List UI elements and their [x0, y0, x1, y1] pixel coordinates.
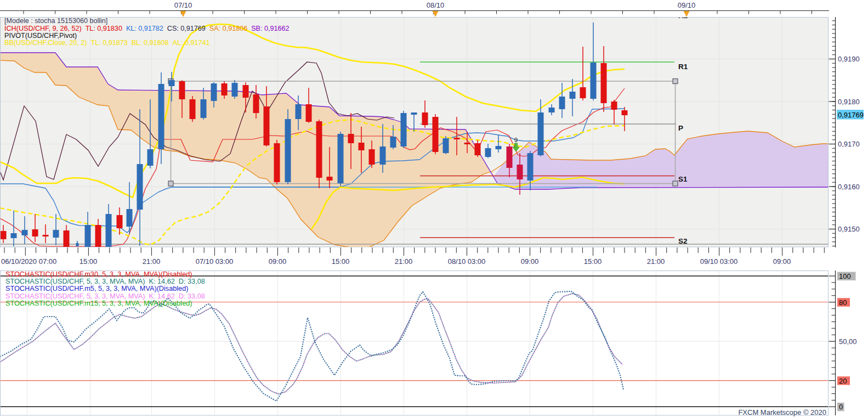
svg-text:S2: S2	[678, 237, 688, 245]
svg-text:STOCHASTIC(USD/CHF.m30, 5, 3,: STOCHASTIC(USD/CHF.m30, 5, 3, 3, MVA, MV…	[5, 271, 192, 278]
svg-text:STOCHASTIC(USD/CHF.m15, 5, 3,: STOCHASTIC(USD/CHF.m15, 5, 3, 3, MVA, MV…	[5, 300, 192, 307]
svg-text:50,00: 50,00	[839, 337, 857, 346]
svg-text:06/10/2020 07:00: 06/10/2020 07:00	[1, 257, 56, 266]
svg-text:21:00: 21:00	[647, 257, 665, 266]
svg-text:09/10: 09/10	[678, 1, 696, 9]
svg-text:0,9180: 0,9180	[838, 98, 860, 106]
svg-text:[Modele : stocha 15153060 boll: [Modele : stocha 15153060 bollin]	[4, 17, 107, 25]
svg-text:08/10: 08/10	[427, 1, 445, 9]
svg-text:0,9150: 0,9150	[838, 225, 860, 233]
svg-text:R1: R1	[678, 63, 688, 71]
svg-text:07/10 03:00: 07/10 03:00	[196, 257, 234, 266]
svg-text:0,9160: 0,9160	[838, 183, 860, 191]
svg-text:0: 0	[839, 403, 843, 411]
svg-text:21:00: 21:00	[143, 257, 161, 266]
svg-text:15:00: 15:00	[332, 257, 350, 266]
svg-text:0,91769: 0,91769	[838, 111, 864, 119]
svg-text:ICH(USD/CHF, 9, 26, 52) TL: 0: ICH(USD/CHF, 9, 26, 52) TL: 0,91830 KL: …	[4, 25, 290, 32]
svg-text:PIVOT(USD/CHF,Pivot): PIVOT(USD/CHF,Pivot)	[4, 32, 77, 40]
svg-text:0,9170: 0,9170	[838, 140, 860, 148]
svg-text:20: 20	[839, 377, 847, 385]
svg-text:80: 80	[839, 298, 847, 307]
svg-text:21:00: 21:00	[395, 257, 413, 266]
svg-text:09:00: 09:00	[521, 257, 539, 266]
svg-text:15:00: 15:00	[584, 257, 602, 266]
svg-text:STOCHASTIC(USD/CHF.m5, 5, 3, 3: STOCHASTIC(USD/CHF.m5, 5, 3, 3, MVA, MVA…	[5, 285, 188, 292]
svg-text:STOCHASTIC(USD/CHF, 5, 3, 3, M: STOCHASTIC(USD/CHF, 5, 3, 3, MVA, MVA) K…	[5, 292, 205, 300]
svg-text:07/10: 07/10	[174, 1, 192, 9]
svg-text:09:00: 09:00	[773, 257, 791, 266]
svg-text:BB(USD/CHF.Close, 20, 2) TL:: BB(USD/CHF.Close, 20, 2) TL: 0,91873 BL:…	[4, 39, 210, 47]
svg-text:15:00: 15:00	[80, 257, 98, 266]
svg-text:100: 100	[839, 272, 851, 280]
svg-text:S1: S1	[678, 175, 688, 183]
svg-text:STOCHASTIC(USD/CHF, 5, 3, 3, M: STOCHASTIC(USD/CHF, 5, 3, 3, MVA, MVA) K…	[5, 278, 205, 285]
svg-text:9: 9	[514, 137, 518, 143]
svg-text:P: P	[678, 124, 683, 132]
svg-text:0,9190: 0,9190	[838, 55, 860, 63]
svg-text:09/10 03:00: 09/10 03:00	[700, 257, 738, 266]
svg-text:FXCM Marketscope © 2020: FXCM Marketscope © 2020	[738, 408, 826, 416]
svg-text:08/10 03:00: 08/10 03:00	[448, 257, 486, 266]
svg-text:09:00: 09:00	[269, 257, 287, 266]
